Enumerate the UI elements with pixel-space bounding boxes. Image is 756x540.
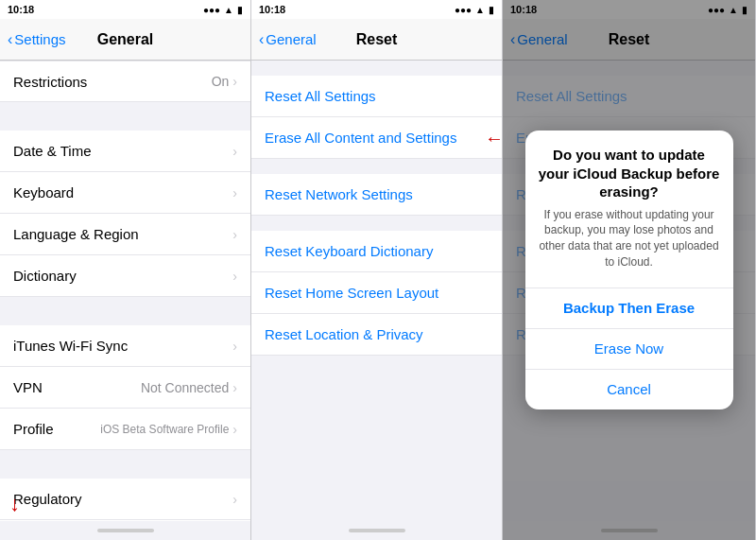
list-item[interactable]: Profile iOS Beta Software Profile › bbox=[0, 409, 250, 450]
section-gap bbox=[0, 450, 250, 479]
panel2: 10:18 ●●● ▲ ▮ ‹ General Reset Reset All … bbox=[251, 0, 503, 540]
back-label-2[interactable]: General bbox=[266, 31, 316, 47]
dialog-overlay: Do you want to update your iCloud Backup… bbox=[503, 0, 755, 540]
status-bar-1: 10:18 ●●● ▲ ▮ bbox=[0, 0, 250, 19]
bottom-bar-2 bbox=[251, 521, 502, 540]
item-value: › bbox=[232, 339, 237, 354]
chevron-right-icon: › bbox=[232, 339, 237, 354]
nav-title-1: General bbox=[97, 31, 154, 48]
dialog-title: Do you want to update your iCloud Backup… bbox=[539, 146, 720, 201]
signal-icon: ●●● bbox=[203, 5, 220, 15]
red-arrow-right: ← bbox=[485, 127, 502, 148]
chevron-right-icon: › bbox=[232, 380, 237, 395]
reset-keyboard-label: Reset Keyboard Dictionary bbox=[265, 243, 433, 259]
gap bbox=[251, 159, 502, 174]
chevron-right-icon: › bbox=[232, 492, 237, 507]
item-label: Profile bbox=[13, 421, 54, 437]
settings-list-1: Restrictions On › Date & Time › Keyboard… bbox=[0, 61, 250, 521]
panel1: 10:18 ●●● ▲ ▮ ‹ Settings General Restric… bbox=[0, 0, 251, 540]
chevron-left-icon: ‹ bbox=[8, 31, 12, 48]
wifi-icon: ▲ bbox=[475, 5, 485, 15]
backup-then-erase-button[interactable]: Backup Then Erase bbox=[525, 288, 733, 329]
status-bar-2: 10:18 ●●● ▲ ▮ bbox=[251, 0, 502, 19]
list-item[interactable]: Language & Region › bbox=[0, 214, 250, 255]
nav-bar-2: ‹ General Reset bbox=[251, 19, 502, 61]
reset-list: Reset All Settings Erase All Content and… bbox=[251, 61, 502, 521]
backup-then-erase-label: Backup Then Erase bbox=[563, 300, 695, 316]
icloud-dialog: Do you want to update your iCloud Backup… bbox=[525, 131, 733, 409]
section-gap bbox=[0, 102, 250, 131]
home-indicator bbox=[349, 529, 405, 532]
item-value: › bbox=[232, 492, 237, 507]
status-icons-2: ●●● ▲ ▮ bbox=[455, 5, 494, 15]
reset-network-settings[interactable]: Reset Network Settings bbox=[251, 174, 502, 216]
battery-icon: ▮ bbox=[489, 5, 494, 15]
nav-bar-1: ‹ Settings General bbox=[0, 19, 250, 61]
list-item[interactable]: VPN Not Connected › bbox=[0, 367, 250, 409]
reset-location-label: Reset Location & Privacy bbox=[265, 326, 423, 342]
item-value: › bbox=[232, 144, 237, 159]
back-button-2[interactable]: ‹ General bbox=[259, 31, 317, 48]
item-label: Date & Time bbox=[13, 143, 92, 159]
reset-all-settings[interactable]: Reset All Settings bbox=[251, 76, 502, 117]
item-label: Language & Region bbox=[13, 226, 139, 242]
item-value: › bbox=[232, 269, 237, 284]
home-indicator bbox=[97, 529, 154, 532]
restrictions-value: On bbox=[212, 74, 230, 89]
list-item[interactable]: Regulatory › bbox=[0, 479, 250, 520]
reset-home-screen[interactable]: Reset Home Screen Layout bbox=[251, 272, 502, 314]
item-value: iOS Beta Software Profile › bbox=[100, 422, 237, 437]
item-label: VPN bbox=[13, 379, 43, 395]
reset-home-label: Reset Home Screen Layout bbox=[265, 285, 438, 301]
reset-list-item[interactable]: Reset › ↓ bbox=[0, 520, 250, 521]
list-item[interactable]: Dictionary › bbox=[0, 255, 250, 297]
dialog-content: Do you want to update your iCloud Backup… bbox=[525, 131, 733, 278]
vpn-value: Not Connected bbox=[141, 380, 229, 395]
panel3: 10:18 ●●● ▲ ▮ ‹ General Reset Reset All … bbox=[503, 0, 756, 540]
item-value: Not Connected › bbox=[141, 380, 237, 395]
cancel-label: Cancel bbox=[607, 381, 651, 397]
item-label: Keyboard bbox=[13, 184, 74, 200]
red-arrow-down: ↓ bbox=[9, 492, 20, 516]
chevron-left-icon: ‹ bbox=[259, 31, 264, 48]
list-item[interactable]: iTunes Wi-Fi Sync › bbox=[0, 325, 250, 367]
reset-keyboard-dict[interactable]: Reset Keyboard Dictionary bbox=[251, 231, 502, 272]
chevron-right-icon: › bbox=[232, 185, 237, 200]
time-1: 10:18 bbox=[8, 4, 34, 15]
erase-now-label: Erase Now bbox=[594, 340, 663, 357]
nav-title-2: Reset bbox=[356, 31, 398, 48]
erase-all-content[interactable]: Erase All Content and Settings ← bbox=[251, 117, 502, 159]
cancel-button[interactable]: Cancel bbox=[525, 370, 733, 409]
profile-value: iOS Beta Software Profile bbox=[100, 423, 229, 436]
section-gap bbox=[0, 297, 250, 325]
gap bbox=[251, 216, 502, 231]
back-label-1[interactable]: Settings bbox=[14, 31, 65, 47]
chevron-right-icon: › bbox=[232, 74, 237, 89]
chevron-right-icon: › bbox=[232, 144, 237, 159]
chevron-right-icon: › bbox=[232, 269, 237, 284]
item-value: › bbox=[232, 227, 237, 242]
wifi-icon: ▲ bbox=[224, 5, 233, 15]
bottom-bar-1 bbox=[0, 521, 250, 540]
item-value: › bbox=[232, 185, 237, 200]
list-item[interactable]: Date & Time › bbox=[0, 131, 250, 172]
chevron-right-icon: › bbox=[232, 422, 237, 437]
list-item[interactable]: Restrictions On › bbox=[0, 61, 250, 102]
item-label: iTunes Wi-Fi Sync bbox=[13, 338, 128, 354]
dialog-message: If you erase without updating your backu… bbox=[539, 207, 720, 270]
time-2: 10:18 bbox=[259, 4, 285, 15]
back-button-1[interactable]: ‹ Settings bbox=[8, 31, 66, 48]
status-icons-1: ●●● ▲ ▮ bbox=[203, 5, 243, 15]
reset-all-label: Reset All Settings bbox=[265, 88, 376, 104]
item-value: On › bbox=[212, 74, 237, 89]
signal-icon: ●●● bbox=[455, 5, 472, 15]
item-label: Dictionary bbox=[13, 268, 77, 284]
reset-location-privacy[interactable]: Reset Location & Privacy bbox=[251, 314, 502, 356]
item-label: Restrictions bbox=[13, 74, 87, 90]
battery-icon: ▮ bbox=[237, 5, 243, 15]
gap bbox=[251, 61, 502, 76]
list-item[interactable]: Keyboard › bbox=[0, 172, 250, 214]
erase-all-label: Erase All Content and Settings bbox=[265, 130, 456, 146]
item-label: Regulatory bbox=[13, 491, 82, 507]
erase-now-button[interactable]: Erase Now bbox=[525, 329, 733, 370]
